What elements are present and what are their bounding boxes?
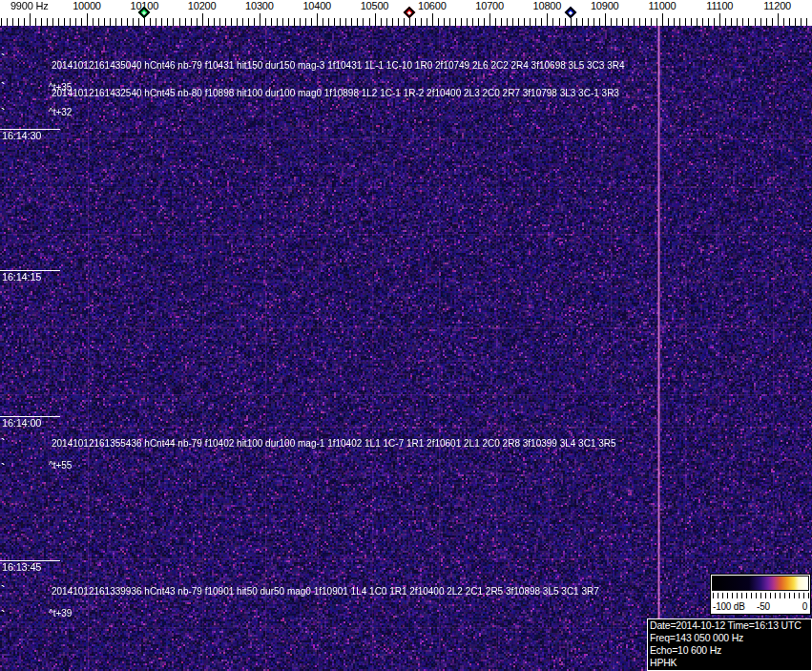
freq-tick [783,18,784,26]
freq-tick [778,13,779,26]
marker-center-dot [568,10,572,14]
freq-tick [755,18,756,26]
freq-tick [24,18,25,26]
freq-tick [685,18,686,26]
freq-tick [530,18,531,26]
time-label: 16:13:45 [2,561,41,573]
freq-tick [725,18,726,26]
freq-tick [173,18,174,26]
freq-tick [248,18,249,26]
time-offset-label: ^t+55 [49,460,72,471]
scale-tick [732,593,733,598]
freq-tick [98,18,99,26]
time-label: 16:14:15 [2,271,41,283]
db-color-scale: -100 dB -50 0 [710,574,811,615]
echo-detection-text: 20141012161432540 hCnt45 nb-80 f10898 hi… [52,88,619,98]
freq-tick [18,18,19,26]
freq-label: 11200 [763,0,791,11]
scale-tick [737,593,738,598]
edge-tick: ` [1,55,5,63]
freq-tick [277,18,278,26]
freq-tick [651,18,652,26]
freq-tick [104,18,105,26]
freq-tick [611,18,612,26]
scale-tick [760,593,761,598]
time-label: 16:14:30 [2,130,41,141]
freq-tick [679,18,680,26]
freq-label: 10600 [418,0,447,11]
scale-label-mid: -50 [757,601,770,612]
freq-tick [748,18,749,26]
freq-tick [294,18,295,26]
time-label: 16:14:00 [2,417,41,429]
freq-tick [340,18,341,26]
freq-tick [668,18,669,26]
spectrogram-app-window: 9900 Hz100001010010200103001040010500106… [0,0,812,671]
scale-tick [784,593,785,598]
freq-tick [115,18,116,26]
freq-tick [231,18,232,26]
freq-tick [161,18,162,26]
freq-tick [1,18,2,26]
scale-tick [799,593,800,598]
freq-tick [398,18,399,26]
freq-tick [731,18,732,26]
freq-tick [47,18,48,26]
freq-tick [719,13,720,26]
edge-tick: ` [1,440,5,448]
info-line: Echo=10 600 Hz [650,644,809,657]
freq-label: 10400 [302,0,331,11]
freq-tick [599,18,600,26]
freq-tick [271,18,272,26]
freq-tick [93,18,94,26]
freq-tick [41,18,42,26]
freq-tick [386,18,387,26]
freq-tick [351,18,352,26]
freq-tick [75,18,76,26]
freq-tick [197,18,198,26]
marker-red-diamond-icon[interactable] [403,7,415,19]
freq-label: 9900 Hz [10,0,49,11]
color-gradient-bar [712,576,809,591]
time-offset-label: ^t+32 [49,107,72,117]
freq-tick [254,18,255,26]
freq-tick [110,18,111,26]
freq-label: 10500 [361,0,389,11]
freq-tick [634,18,635,26]
freq-tick [35,18,36,26]
scale-label-max: 0 [802,601,807,612]
freq-tick [409,18,410,26]
freq-tick [427,18,427,26]
freq-tick [547,13,548,26]
freq-tick [766,18,767,26]
freq-label: 10200 [188,0,217,11]
freq-tick [806,18,807,26]
freq-label: 10900 [591,0,619,11]
edge-tick: ` [1,84,5,92]
freq-tick [282,18,283,26]
freq-tick [300,18,301,26]
freq-tick [656,18,657,26]
freq-tick [127,18,128,26]
scale-tick [794,593,795,598]
freq-tick [12,18,13,26]
freq-label: 10000 [73,0,101,11]
echo-detection-text: 20141012161339936 hCnt43 nb-79 f10901 hi… [52,586,599,597]
freq-tick [467,18,468,26]
info-line: Date=2014-10-12 Time=16:13 UTC [650,619,809,632]
freq-tick [593,18,594,26]
freq-tick [345,18,346,26]
freq-tick [392,18,393,26]
freq-tick [760,18,761,26]
freq-tick [628,18,629,26]
marker-blue-diamond-icon[interactable] [564,7,576,19]
freq-tick [334,18,335,26]
freq-tick [121,18,122,26]
freq-tick [357,18,358,26]
scale-tick [803,593,804,598]
freq-tick [565,18,566,26]
freq-tick [795,18,796,26]
freq-tick [133,18,134,26]
freq-tick [478,18,479,26]
info-line: Freq=143 050 000 Hz [650,632,809,644]
